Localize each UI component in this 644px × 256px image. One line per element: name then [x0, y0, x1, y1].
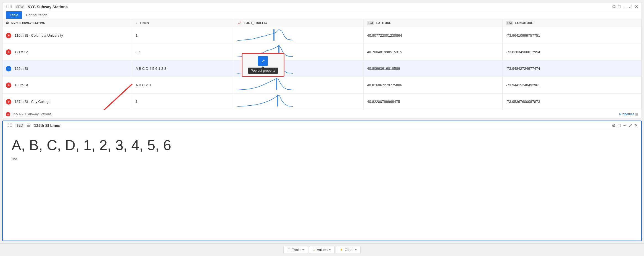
- table-row: ⊗ 137th St - City College 1 40.822007999…: [2, 94, 642, 110]
- cell-latitude: 40.700481998515315: [364, 44, 503, 60]
- status-count: 355: [12, 112, 18, 116]
- station-icon: ⊗: [6, 33, 11, 38]
- cell-longitude: -73.82834900017954: [503, 44, 642, 60]
- lines-icon: ☰: [27, 123, 31, 128]
- col-header-traffic: 📈 FOOT_TRAFFIC: [234, 19, 363, 27]
- tab-table[interactable]: Table: [6, 11, 22, 19]
- top-panel: ⠿⠿ $DW NYC Subway Stations ⚙ □ ··· ⤢ ✕ T…: [2, 2, 642, 118]
- other-chevron-icon: ▾: [355, 248, 357, 251]
- popout-big-text: A, B, C, D, 1, 2, 3, 4, 5, 6: [12, 137, 632, 154]
- gear-icon[interactable]: ⚙: [612, 4, 616, 9]
- values-btn-icon: ≡: [313, 248, 315, 252]
- col-header-longitude: 123 LONGITUDE: [503, 19, 642, 27]
- bottom-close-icon[interactable]: ✕: [634, 123, 638, 128]
- bottom-more-icon[interactable]: ···: [623, 123, 626, 128]
- col-header-station: 🏛 NYC SUBWAY STATION: [2, 19, 132, 27]
- toolbar-other-button[interactable]: ✦ Other ▾: [336, 246, 361, 254]
- cell-lines: A B C D 4 5 6 1 2 3: [132, 60, 234, 77]
- station-icon: ⊗: [6, 99, 11, 105]
- top-app-id: $DW: [15, 4, 25, 9]
- popout-tooltip: Pop out property: [248, 68, 278, 74]
- bottom-expand-icon[interactable]: ⤢: [629, 123, 632, 128]
- bottom-app-id: $ED: [15, 123, 25, 128]
- app-container: ⠿⠿ $DW NYC Subway Stations ⚙ □ ··· ⤢ ✕ T…: [0, 0, 644, 256]
- top-panel-title: NYC Subway Stations: [28, 5, 610, 9]
- data-table: 🏛 NYC SUBWAY STATION ≡ LINES 📈 FOOT_TRAF…: [2, 19, 642, 110]
- popout-box: ↗ Pop out property: [242, 53, 284, 77]
- svg-rect-0: [273, 29, 275, 41]
- station-icon: ↗: [6, 66, 11, 71]
- sparkline-1: [237, 28, 293, 42]
- panel-tabs: Table Configuration: [2, 11, 642, 19]
- traffic-col-icon: 📈: [237, 21, 241, 25]
- cell-latitude: 40.807722001230864: [364, 27, 503, 44]
- other-btn-icon: ✦: [340, 248, 343, 252]
- cell-traffic: ↗ Pop out property: [234, 60, 363, 77]
- bottom-toolbar: ⊞ Table ▾ ≡ Values ▾ ✦ Other ▾: [0, 243, 644, 256]
- cell-longitude: -73.94842724977474: [503, 60, 642, 77]
- table-header-row: 🏛 NYC SUBWAY STATION ≡ LINES 📈 FOOT_TRAF…: [2, 19, 642, 27]
- cell-station: ↗ 125th St: [2, 60, 132, 77]
- bottom-content: A, B, C, D, 1, 2, 3, 4, 5, 6 line: [3, 130, 641, 241]
- lines-col-icon: ≡: [136, 22, 137, 25]
- close-icon[interactable]: ✕: [635, 4, 638, 9]
- cell-traffic: [234, 27, 363, 44]
- cell-longitude: -73.94415240492961: [503, 77, 642, 94]
- expand-icon[interactable]: ⤢: [629, 4, 632, 9]
- cell-traffic: [234, 94, 363, 110]
- station-icon: ⊗: [6, 49, 11, 55]
- resize-handle[interactable]: [635, 113, 638, 116]
- bottom-panel-title: 125th St Lines: [34, 123, 609, 128]
- cell-latitude: 40.82200799968475: [364, 94, 503, 110]
- status-label: NYC Subway Stations: [19, 112, 51, 116]
- drag-handle[interactable]: ⠿⠿: [6, 4, 12, 9]
- monitor-icon[interactable]: □: [618, 4, 621, 9]
- field-label: line: [12, 157, 632, 161]
- sparkline-5: [237, 94, 293, 108]
- table-row: ⊗ 121st St J Z 40.700481998515315 -73.82…: [2, 44, 642, 60]
- cell-latitude: 40.80963616818589: [364, 60, 503, 77]
- table-row: ⊗ 135th St A B C 2 3 40.816067279775886 …: [2, 77, 642, 94]
- top-header-icons: ⚙ □ ··· ⤢ ✕: [612, 4, 638, 9]
- svg-rect-3: [276, 78, 277, 90]
- col-header-lines: ≡ LINES: [132, 19, 234, 27]
- cell-station: ⊗ 137th St - City College: [2, 94, 132, 110]
- tab-configuration[interactable]: Configuration: [22, 11, 51, 19]
- cell-traffic: [234, 77, 363, 94]
- status-icon: ⊗: [6, 112, 10, 116]
- svg-rect-4: [277, 95, 278, 106]
- cell-lines: 1: [132, 94, 234, 110]
- bottom-gear-icon[interactable]: ⚙: [612, 123, 616, 128]
- sparkline-4: [237, 78, 293, 92]
- table-row: ⊗ 116th St - Columbia University 1 40.80…: [2, 27, 642, 44]
- cell-station: ⊗ 135th St: [2, 77, 132, 94]
- bottom-drag-handle[interactable]: ⠿⠿: [6, 123, 13, 128]
- toolbar-table-button[interactable]: ⊞ Table ▾: [283, 246, 308, 254]
- bottom-monitor-icon[interactable]: □: [618, 123, 621, 128]
- lon-col-icon: 123: [506, 21, 513, 25]
- bottom-panel-header: ⠿⠿ $ED ☰ 125th St Lines ⚙ □ ··· ⤢ ✕: [3, 121, 641, 130]
- cell-longitude: -73.95367600087873: [503, 94, 642, 110]
- station-col-icon: 🏛: [6, 22, 9, 25]
- cell-lines: A B C 2 3: [132, 77, 234, 94]
- top-panel-header: ⠿⠿ $DW NYC Subway Stations ⚙ □ ··· ⤢ ✕: [2, 2, 642, 11]
- cell-station: ⊗ 116th St - Columbia University: [2, 27, 132, 44]
- table-btn-icon: ⊞: [287, 248, 291, 252]
- bottom-panel: ⠿⠿ $ED ☰ 125th St Lines ⚙ □ ··· ⤢ ✕ A, B…: [2, 121, 642, 241]
- values-chevron-icon: ▾: [329, 248, 331, 251]
- table-row: ↗ 125th St A B C D 4 5 6 1 2 3: [2, 60, 642, 77]
- properties-button[interactable]: Properties: [619, 112, 634, 116]
- more-icon[interactable]: ···: [623, 4, 627, 9]
- bottom-header-icons: ⚙ □ ··· ⤢ ✕: [612, 123, 638, 128]
- station-icon: ⊗: [6, 82, 11, 88]
- other-btn-label: Other: [345, 248, 354, 252]
- col-header-latitude: 123 LATITUDE: [364, 19, 503, 27]
- lat-col-icon: 123: [367, 21, 374, 25]
- cell-latitude: 40.816067279775886: [364, 77, 503, 94]
- cell-lines: 1: [132, 27, 234, 44]
- table-chevron-icon: ▾: [302, 248, 304, 251]
- toolbar-values-button[interactable]: ≡ Values ▾: [309, 246, 335, 254]
- popout-icon-button[interactable]: ↗: [258, 56, 268, 66]
- values-btn-label: Values: [317, 248, 328, 252]
- cell-lines: J Z: [132, 44, 234, 60]
